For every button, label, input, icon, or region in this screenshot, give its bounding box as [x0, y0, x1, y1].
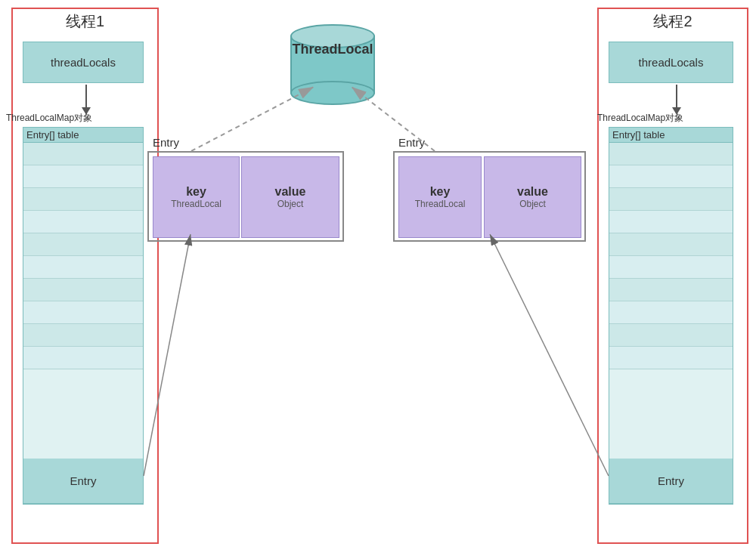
entry1-label: Entry	[153, 136, 179, 149]
thread2-arrow-down	[672, 85, 681, 115]
entry2-value-title: value	[517, 185, 548, 199]
thread1-entry: Entry	[23, 459, 143, 504]
thread2-row4	[609, 211, 733, 233]
thread2-row3	[609, 188, 733, 211]
thread2-row6	[609, 256, 733, 279]
thread1-arrow-down	[82, 85, 91, 115]
entry1-value-title: value	[275, 185, 306, 199]
thread1-row1	[23, 143, 143, 165]
thread2-entry: Entry	[609, 459, 733, 504]
entry1-box: Entry key ThreadLocal value Object	[147, 151, 344, 242]
diagram: 线程1 threadLocals ThreadLocalMap对象 Entry[…	[0, 0, 756, 559]
thread1-row2	[23, 165, 143, 188]
thread2-locals-label: threadLocals	[639, 56, 704, 69]
thread1-locals-box: threadLocals	[23, 42, 144, 83]
thread2-row2	[609, 165, 733, 188]
entry2-value: value Object	[484, 156, 581, 238]
threadlocal-cylinder	[287, 15, 378, 106]
thread2-entry-to-entry2-arrow	[490, 234, 609, 476]
thread2-row1	[609, 143, 733, 165]
thread2-row8	[609, 301, 733, 324]
thread2-table-box: Entry[] table Entry	[609, 127, 733, 505]
thread1-table-header: Entry[] table	[23, 128, 143, 143]
thread2-locals-box: threadLocals	[609, 42, 733, 83]
thread2-row5	[609, 233, 733, 256]
entry2-label: Entry	[398, 136, 425, 149]
entry1-value-subtitle: Object	[277, 199, 304, 209]
entry2-box: Entry key ThreadLocal value Object	[393, 151, 586, 242]
thread1-row8	[23, 301, 143, 324]
entry1-key-title: key	[186, 185, 206, 199]
entry1-key: key ThreadLocal	[153, 156, 240, 238]
threadlocal-label: ThreadLocal	[287, 42, 378, 57]
entry1-value: value Object	[241, 156, 339, 238]
thread2-row7	[609, 279, 733, 301]
thread1-row4	[23, 211, 143, 233]
entry1-key-subtitle: ThreadLocal	[171, 199, 222, 209]
thread1-row10	[23, 347, 143, 369]
thread1-row5	[23, 233, 143, 256]
entry2-key: key ThreadLocal	[398, 156, 482, 238]
thread1-title: 线程1	[11, 11, 159, 32]
thread1-row9	[23, 324, 143, 347]
entry2-key-subtitle: ThreadLocal	[415, 199, 466, 209]
thread2-row10	[609, 347, 733, 369]
entry2-value-subtitle: Object	[519, 199, 546, 209]
svg-point-1	[291, 82, 374, 104]
thread1-map-label: ThreadLocalMap对象	[6, 112, 92, 125]
thread1-row7	[23, 279, 143, 301]
thread2-map-label: ThreadLocalMap对象	[597, 112, 683, 125]
thread2-table-header: Entry[] table	[609, 128, 733, 143]
thread2-title: 线程2	[597, 11, 748, 32]
thread1-row3	[23, 188, 143, 211]
entry2-key-title: key	[430, 185, 451, 199]
thread1-table-box: Entry[] table Entry	[23, 127, 144, 505]
thread2-row9	[609, 324, 733, 347]
thread1-locals-label: threadLocals	[51, 56, 116, 69]
thread1-row6	[23, 256, 143, 279]
